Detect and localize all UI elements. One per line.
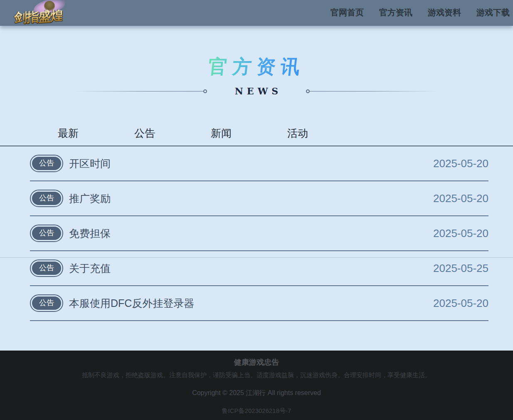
news-date: 2025-05-20 (433, 192, 488, 205)
title-divider: NEWS (0, 86, 513, 96)
news-title: 开区时间 (69, 157, 111, 170)
logo-title: 剑指盛煌 (14, 7, 63, 27)
news-title: 关于充值 (69, 262, 111, 275)
notice-badge-label: 公告 (32, 262, 61, 275)
news-list: 公告 开区时间 2025-05-20 公告 推广奖励 2025-05-20 公告… (0, 146, 513, 321)
nav-news[interactable]: 官方资讯 (379, 7, 412, 18)
divider-ring-right-icon (306, 89, 310, 93)
news-row[interactable]: 公告 推广奖励 2025-05-20 (30, 181, 488, 216)
page-footer: 健康游戏忠告 抵制不良游戏，拒绝盗版游戏。注意自我保护，谨防受骗上当。适度游戏益… (0, 351, 513, 420)
notice-badge: 公告 (30, 294, 63, 312)
tab-announcements[interactable]: 公告 (106, 126, 183, 140)
tab-news[interactable]: 新闻 (183, 126, 259, 140)
health-advisory-title: 健康游戏忠告 (0, 357, 513, 367)
news-title: 推广奖励 (69, 192, 111, 205)
tab-events[interactable]: 活动 (259, 126, 336, 140)
news-date: 2025-05-20 (433, 227, 488, 240)
notice-badge-label: 公告 (32, 227, 61, 240)
section-header: 官方资讯 NEWS (0, 26, 513, 96)
notice-badge-label: 公告 (32, 192, 61, 205)
nav-home[interactable]: 官网首页 (330, 7, 364, 18)
notice-badge: 公告 (30, 225, 63, 242)
divider-line-left (73, 91, 203, 91)
news-title: 免费担保 (69, 227, 111, 240)
news-row[interactable]: 公告 开区时间 2025-05-20 (30, 146, 488, 181)
news-row[interactable]: 公告 关于充值 2025-05-25 (30, 251, 488, 286)
notice-badge-label: 公告 (32, 296, 61, 310)
notice-badge: 公告 (30, 190, 63, 207)
icp-license-link[interactable]: 鲁ICP备2023026218号-7 (0, 407, 513, 415)
news-title: 本服使用DFC反外挂登录器 (69, 296, 194, 310)
copyright-text: Copyright © 2025 江湖行 All rights reserved (0, 389, 513, 398)
news-row[interactable]: 公告 本服使用DFC反外挂登录器 2025-05-20 (30, 286, 488, 321)
notice-badge: 公告 (30, 155, 63, 172)
notice-badge-label: 公告 (32, 157, 61, 170)
section-split-line (0, 257, 513, 258)
game-logo[interactable]: 剑指盛煌 (12, 0, 74, 26)
page-title: 官方资讯 (207, 54, 306, 80)
news-date: 2025-05-25 (433, 262, 488, 275)
news-row[interactable]: 公告 免费担保 2025-05-20 (30, 216, 488, 251)
news-date: 2025-05-20 (433, 157, 488, 170)
top-navbar: 剑指盛煌 官网首页 官方资讯 游戏资料 游戏下载 (0, 0, 513, 26)
divider-ring-left-icon (203, 89, 207, 93)
nav-game-info[interactable]: 游戏资料 (428, 7, 461, 18)
health-advisory-text: 抵制不良游戏，拒绝盗版游戏。注意自我保护，谨防受骗上当。适度游戏益脑，沉迷游戏伤… (0, 371, 513, 379)
nav-download[interactable]: 游戏下载 (476, 7, 510, 18)
divider-line-right (310, 91, 440, 91)
news-date: 2025-05-20 (433, 297, 488, 310)
news-category-tabs: 最新 公告 新闻 活动 (0, 121, 513, 146)
tab-latest[interactable]: 最新 (30, 126, 106, 140)
page-subtitle: NEWS (235, 86, 282, 96)
main-nav: 官网首页 官方资讯 游戏资料 游戏下载 (330, 7, 510, 18)
notice-badge: 公告 (30, 259, 63, 277)
